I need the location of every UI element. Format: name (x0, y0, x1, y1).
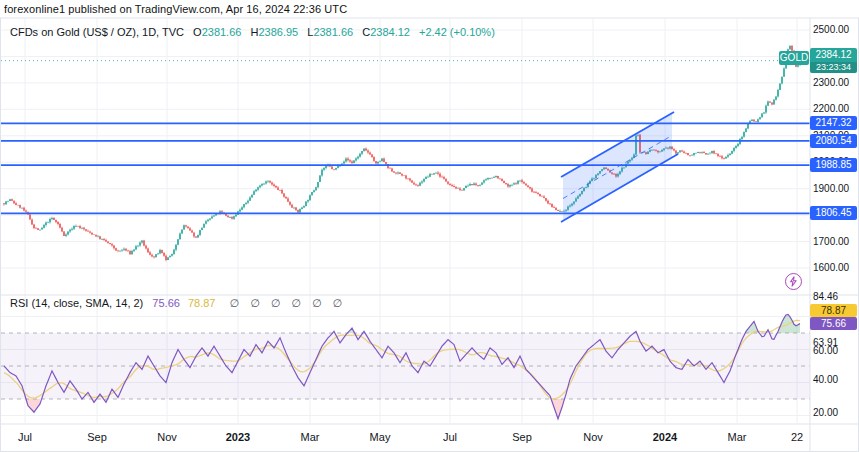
bar-countdown: 23:23:34 (810, 62, 857, 73)
rsi-sma-text: 78.87 (188, 297, 216, 309)
rsi-legend[interactable]: RSI (14, close, SMA, 14, 2) 75.66 78.87 … (10, 297, 342, 310)
ohlc-high-value: 2386.95 (258, 26, 298, 38)
ohlc-open-value: 2381.66 (202, 26, 242, 38)
rsi-hidden-value-glyph: ∅ (250, 297, 260, 309)
instant-trading-button[interactable] (785, 273, 802, 290)
rsi-value-text: 75.66 (152, 297, 180, 309)
rsi-hidden-value-glyph: ∅ (271, 297, 281, 309)
rsi-title: RSI (14, close, SMA, 14, 2) (10, 297, 143, 309)
change-value: +2.42 (+0.10%) (419, 26, 495, 38)
rsi-hidden-value-glyph: ∅ (312, 297, 322, 309)
rsi-hidden-value-glyph: ∅ (291, 297, 301, 309)
ohlc-close-value: 2384.12 (370, 26, 410, 38)
chart-canvas[interactable] (0, 0, 859, 452)
candlestick-series (4, 45, 800, 261)
rsi-hidden-value-glyph: ∅ (230, 297, 240, 309)
tradingview-snapshot: forexonline1 published on TradingView.co… (0, 0, 859, 452)
rsi-value-axis-label: 75.66 (810, 317, 857, 330)
symbol-legend[interactable]: CFDs on Gold (US$ / OZ), 1D, TVC O2381.6… (10, 26, 495, 38)
ohlc-open-letter: O (193, 26, 202, 38)
lightning-icon (788, 276, 799, 287)
rsi-sma-axis-label: 78.87 (810, 304, 857, 317)
symbol-title: CFDs on Gold (US$ / OZ), 1D, TVC (10, 26, 184, 38)
rsi-hidden-value-glyph: ∅ (333, 297, 343, 309)
last-price-label: 2384.12 23:23:34 (810, 48, 857, 73)
ohlc-low-value: 2381.66 (313, 26, 353, 38)
last-price-value: 2384.12 (810, 48, 857, 62)
ohlc-close-letter: C (362, 26, 370, 38)
symbol-price-tag: GOLD (779, 51, 809, 65)
